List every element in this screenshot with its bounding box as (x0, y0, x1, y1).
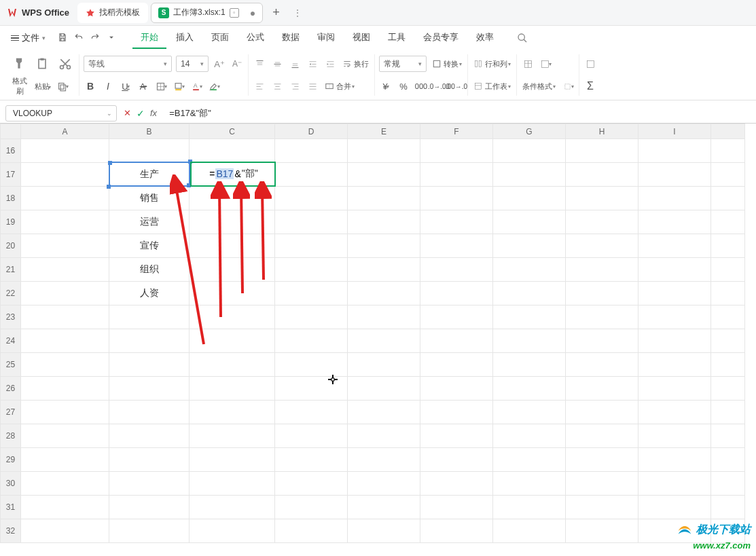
table-style-icon[interactable] (521, 58, 535, 70)
tab-menu[interactable]: ⋮ (288, 8, 307, 18)
cell[interactable] (566, 424, 638, 448)
cell[interactable] (420, 353, 493, 377)
cell[interactable] (348, 448, 420, 472)
align-right-icon[interactable] (288, 80, 302, 92)
row-header[interactable]: 28 (1, 424, 21, 448)
cell[interactable] (190, 282, 275, 305)
row-header[interactable]: 19 (1, 210, 21, 234)
select-all-corner[interactable] (1, 124, 21, 139)
cell[interactable] (493, 353, 566, 377)
cell[interactable] (275, 519, 348, 543)
cell[interactable] (348, 187, 420, 210)
col-header-G[interactable]: G (493, 124, 566, 139)
cell[interactable] (493, 139, 566, 163)
decimal-increase-icon[interactable]: .0→.00 (432, 80, 446, 92)
indent-increase-icon[interactable] (323, 58, 337, 70)
sigma-icon[interactable]: Σ (583, 80, 597, 92)
number-format-select[interactable]: 常规▾ (379, 56, 427, 72)
cell[interactable] (638, 210, 711, 234)
cell[interactable] (21, 305, 109, 329)
decimal-decrease-icon[interactable]: .00→.0 (450, 80, 463, 92)
cell[interactable] (711, 305, 745, 329)
tab-page[interactable]: 页面 (203, 27, 237, 49)
cell[interactable] (566, 472, 638, 496)
cell[interactable]: 宣传 (109, 234, 190, 258)
align-left-icon[interactable] (253, 80, 266, 92)
font-size-select[interactable]: 14▾ (176, 56, 209, 72)
italic-icon[interactable]: I (101, 80, 115, 92)
cell[interactable] (566, 305, 638, 329)
cell[interactable] (420, 496, 493, 519)
cell[interactable] (420, 187, 493, 210)
cell[interactable] (493, 329, 566, 353)
cell[interactable] (348, 353, 420, 377)
cell[interactable] (348, 210, 420, 234)
strikethrough-icon[interactable]: A▾ (137, 80, 150, 92)
cell[interactable] (275, 329, 348, 353)
cell[interactable] (109, 401, 190, 424)
cell[interactable] (493, 282, 566, 305)
row-header[interactable]: 24 (1, 329, 21, 353)
cell[interactable]: 组织 (109, 258, 190, 282)
cell[interactable] (638, 258, 711, 282)
cell[interactable] (109, 377, 190, 401)
cell[interactable] (566, 187, 638, 210)
paste-label[interactable]: 粘贴▾ (34, 81, 52, 92)
cell[interactable] (420, 401, 493, 424)
cell[interactable] (420, 258, 493, 282)
cell[interactable] (566, 519, 638, 543)
cell[interactable] (21, 519, 109, 543)
cell[interactable] (638, 234, 711, 258)
cell[interactable] (275, 163, 348, 187)
cell[interactable] (348, 139, 420, 163)
col-header-C[interactable]: C (190, 124, 275, 139)
cell[interactable] (493, 401, 566, 424)
cell[interactable] (21, 139, 109, 163)
cell[interactable] (420, 424, 493, 448)
cell[interactable] (420, 210, 493, 234)
clear-icon[interactable]: ▾ (561, 80, 575, 92)
cell[interactable] (711, 187, 745, 210)
cell[interactable] (566, 353, 638, 377)
cell[interactable] (190, 139, 275, 163)
row-header[interactable]: 30 (1, 472, 21, 496)
cell[interactable] (21, 234, 109, 258)
cell[interactable] (190, 234, 275, 258)
cell[interactable] (493, 163, 566, 187)
align-bottom-icon[interactable] (288, 58, 302, 70)
bold-icon[interactable]: B (84, 80, 97, 92)
cell[interactable] (275, 305, 348, 329)
cell[interactable] (711, 353, 745, 377)
cell[interactable] (638, 329, 711, 353)
wrap-text-button[interactable]: 换行 (341, 56, 370, 72)
cell[interactable]: 运营 (109, 210, 190, 234)
col-header-A[interactable]: A (21, 124, 109, 139)
cell[interactable] (275, 472, 348, 496)
cell[interactable] (638, 448, 711, 472)
cell[interactable] (711, 424, 745, 448)
cell[interactable] (275, 496, 348, 519)
file-menu[interactable]: 文件 ▾ (5, 29, 51, 47)
col-header-E[interactable]: E (348, 124, 420, 139)
cell[interactable] (566, 210, 638, 234)
currency-icon[interactable]: ¥▾ (379, 80, 393, 92)
cell[interactable] (566, 258, 638, 282)
cell[interactable] (711, 448, 745, 472)
cell[interactable] (109, 139, 190, 163)
cell[interactable] (21, 424, 109, 448)
cell[interactable] (275, 353, 348, 377)
cell[interactable] (190, 305, 275, 329)
row-header[interactable]: 29 (1, 448, 21, 472)
worksheet-button[interactable]: 工作表▾ (472, 78, 512, 94)
percent-icon[interactable]: % (397, 80, 410, 92)
cell[interactable] (348, 282, 420, 305)
spreadsheet-grid[interactable]: A B C D E F G H I 1617生产18销售19运营20宣传21组织… (0, 124, 745, 543)
row-header[interactable]: 32 (1, 519, 21, 543)
cell[interactable] (190, 187, 275, 210)
cell[interactable] (190, 448, 275, 472)
cell[interactable] (711, 472, 745, 496)
copy-icon[interactable]: ▾ (56, 80, 69, 92)
cell[interactable] (420, 519, 493, 543)
cell[interactable] (638, 305, 711, 329)
cell[interactable] (348, 472, 420, 496)
